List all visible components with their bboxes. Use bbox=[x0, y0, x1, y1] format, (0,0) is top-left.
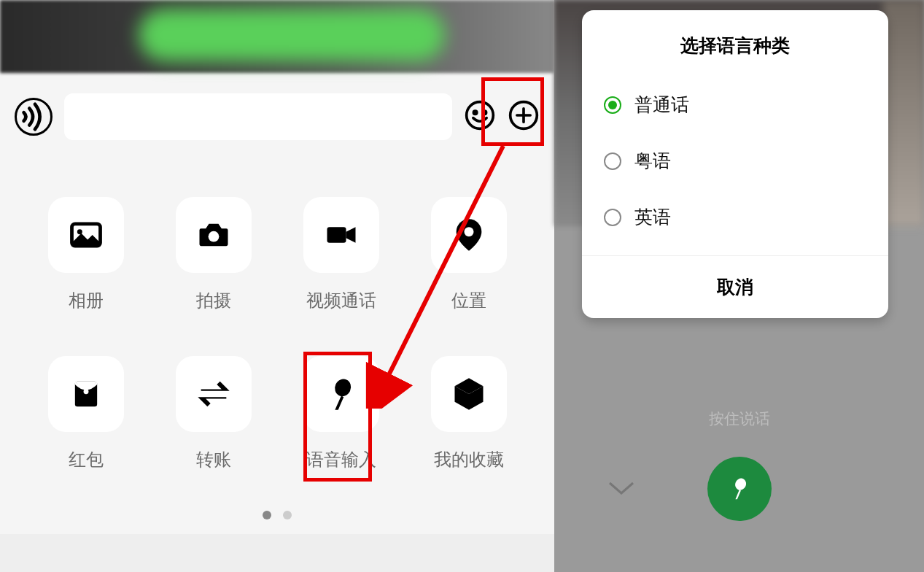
svg-point-8 bbox=[464, 227, 473, 236]
lang-option-english[interactable]: 英语 bbox=[604, 189, 866, 245]
dot-active bbox=[263, 511, 271, 519]
dot bbox=[283, 511, 292, 519]
emoji-icon[interactable] bbox=[464, 99, 496, 134]
camera-icon bbox=[176, 197, 252, 273]
svg-rect-7 bbox=[327, 227, 346, 243]
tool-label: 位置 bbox=[451, 289, 486, 312]
envelope-icon bbox=[48, 356, 124, 432]
lang-label: 粤语 bbox=[634, 149, 671, 173]
attachment-tools: 相册 拍摄 视频通话 位置 bbox=[0, 161, 554, 486]
cancel-button[interactable]: 取消 bbox=[582, 255, 888, 318]
page-indicator bbox=[0, 486, 554, 534]
svg-point-11 bbox=[332, 376, 354, 399]
tool-label: 视频通话 bbox=[306, 289, 376, 312]
lang-option-mandarin[interactable]: 普通话 bbox=[604, 77, 866, 133]
tool-label: 红包 bbox=[69, 448, 104, 471]
hold-to-talk-label: 按住说话 bbox=[554, 409, 924, 429]
cube-icon bbox=[431, 356, 507, 432]
tool-label: 拍摄 bbox=[196, 289, 231, 312]
tool-capture[interactable]: 拍摄 bbox=[176, 197, 252, 312]
tool-label: 语音输入 bbox=[306, 448, 376, 471]
language-select-screen: 选择语言种类 普通话 粤语 英语 取消 按住说话 bbox=[554, 0, 924, 572]
location-icon bbox=[431, 197, 507, 273]
radio-icon bbox=[604, 152, 621, 170]
tool-label: 相册 bbox=[69, 289, 104, 312]
radio-icon bbox=[604, 209, 621, 226]
lang-label: 英语 bbox=[634, 205, 671, 229]
svg-point-0 bbox=[467, 102, 494, 129]
message-bubble bbox=[139, 9, 445, 61]
transfer-icon bbox=[176, 356, 252, 432]
chat-input-bar bbox=[0, 73, 554, 161]
language-list: 普通话 粤语 英语 bbox=[582, 77, 888, 245]
chat-header bbox=[0, 0, 554, 73]
language-modal: 选择语言种类 普通话 粤语 英语 取消 bbox=[582, 10, 888, 318]
chevron-down-icon[interactable] bbox=[605, 477, 637, 500]
chat-tools-panel: 相册 拍摄 视频通话 位置 bbox=[0, 0, 554, 572]
tool-voice-input[interactable]: 语音输入 bbox=[303, 356, 379, 471]
tool-location[interactable]: 位置 bbox=[431, 197, 507, 312]
tool-video-call[interactable]: 视频通话 bbox=[303, 197, 379, 312]
message-input[interactable] bbox=[64, 93, 452, 140]
microphone-icon bbox=[303, 356, 379, 432]
tool-label: 转账 bbox=[196, 448, 231, 471]
svg-point-5 bbox=[77, 229, 82, 234]
video-icon bbox=[303, 197, 379, 273]
voice-mode-icon[interactable] bbox=[15, 98, 53, 136]
tool-favorites[interactable]: 我的收藏 bbox=[431, 356, 507, 471]
svg-point-13 bbox=[733, 476, 748, 492]
tool-transfer[interactable]: 转账 bbox=[176, 356, 252, 471]
tool-album[interactable]: 相册 bbox=[48, 197, 124, 312]
svg-point-2 bbox=[483, 111, 486, 114]
radio-selected-icon bbox=[604, 96, 621, 114]
svg-point-1 bbox=[473, 111, 476, 114]
lang-option-cantonese[interactable]: 粤语 bbox=[604, 133, 866, 189]
modal-title: 选择语言种类 bbox=[582, 10, 888, 77]
plus-icon[interactable] bbox=[508, 99, 540, 134]
svg-point-6 bbox=[208, 231, 219, 242]
tool-label: 我的收藏 bbox=[434, 448, 504, 471]
image-icon bbox=[48, 197, 124, 273]
microphone-icon bbox=[726, 475, 753, 503]
svg-point-10 bbox=[83, 389, 88, 394]
tool-red-packet[interactable]: 红包 bbox=[48, 356, 124, 471]
lang-label: 普通话 bbox=[634, 93, 689, 117]
record-button[interactable] bbox=[707, 457, 772, 521]
